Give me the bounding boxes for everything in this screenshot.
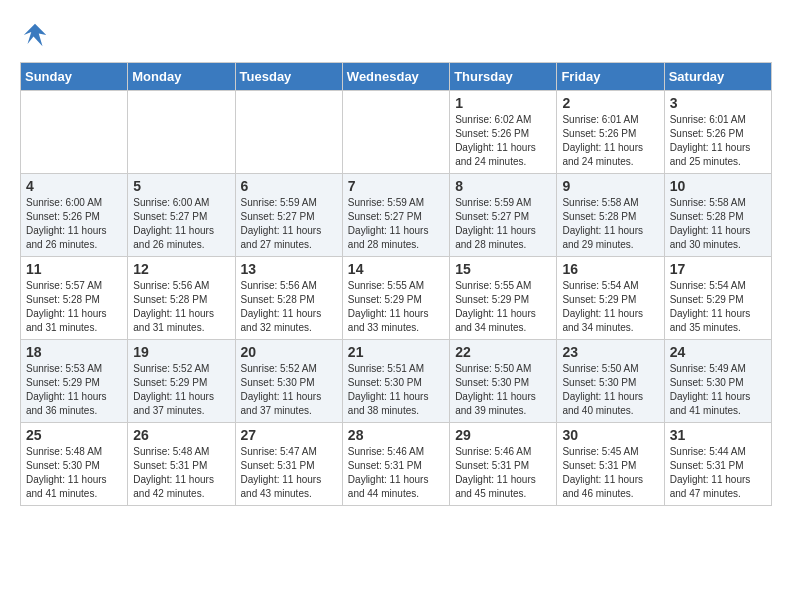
calendar-cell: 19Sunrise: 5:52 AM Sunset: 5:29 PM Dayli… bbox=[128, 340, 235, 423]
day-info: Sunrise: 6:00 AM Sunset: 5:26 PM Dayligh… bbox=[26, 196, 122, 252]
week-row-1: 1Sunrise: 6:02 AM Sunset: 5:26 PM Daylig… bbox=[21, 91, 772, 174]
day-info: Sunrise: 5:55 AM Sunset: 5:29 PM Dayligh… bbox=[348, 279, 444, 335]
header bbox=[20, 20, 772, 50]
calendar-cell: 14Sunrise: 5:55 AM Sunset: 5:29 PM Dayli… bbox=[342, 257, 449, 340]
calendar-cell: 12Sunrise: 5:56 AM Sunset: 5:28 PM Dayli… bbox=[128, 257, 235, 340]
calendar-cell: 2Sunrise: 6:01 AM Sunset: 5:26 PM Daylig… bbox=[557, 91, 664, 174]
logo bbox=[20, 20, 54, 50]
day-number: 21 bbox=[348, 344, 444, 360]
calendar-cell: 27Sunrise: 5:47 AM Sunset: 5:31 PM Dayli… bbox=[235, 423, 342, 506]
calendar-cell: 11Sunrise: 5:57 AM Sunset: 5:28 PM Dayli… bbox=[21, 257, 128, 340]
calendar-cell: 8Sunrise: 5:59 AM Sunset: 5:27 PM Daylig… bbox=[450, 174, 557, 257]
week-row-2: 4Sunrise: 6:00 AM Sunset: 5:26 PM Daylig… bbox=[21, 174, 772, 257]
calendar-cell: 22Sunrise: 5:50 AM Sunset: 5:30 PM Dayli… bbox=[450, 340, 557, 423]
day-info: Sunrise: 6:01 AM Sunset: 5:26 PM Dayligh… bbox=[562, 113, 658, 169]
day-number: 27 bbox=[241, 427, 337, 443]
calendar-cell: 25Sunrise: 5:48 AM Sunset: 5:30 PM Dayli… bbox=[21, 423, 128, 506]
calendar-cell: 15Sunrise: 5:55 AM Sunset: 5:29 PM Dayli… bbox=[450, 257, 557, 340]
day-number: 25 bbox=[26, 427, 122, 443]
calendar-cell bbox=[235, 91, 342, 174]
col-header-wednesday: Wednesday bbox=[342, 63, 449, 91]
day-number: 17 bbox=[670, 261, 766, 277]
col-header-tuesday: Tuesday bbox=[235, 63, 342, 91]
day-number: 22 bbox=[455, 344, 551, 360]
calendar-cell: 20Sunrise: 5:52 AM Sunset: 5:30 PM Dayli… bbox=[235, 340, 342, 423]
col-header-monday: Monday bbox=[128, 63, 235, 91]
day-number: 15 bbox=[455, 261, 551, 277]
calendar-cell: 30Sunrise: 5:45 AM Sunset: 5:31 PM Dayli… bbox=[557, 423, 664, 506]
day-info: Sunrise: 5:52 AM Sunset: 5:30 PM Dayligh… bbox=[241, 362, 337, 418]
day-number: 28 bbox=[348, 427, 444, 443]
calendar-cell: 28Sunrise: 5:46 AM Sunset: 5:31 PM Dayli… bbox=[342, 423, 449, 506]
day-number: 6 bbox=[241, 178, 337, 194]
day-info: Sunrise: 5:59 AM Sunset: 5:27 PM Dayligh… bbox=[241, 196, 337, 252]
day-info: Sunrise: 5:57 AM Sunset: 5:28 PM Dayligh… bbox=[26, 279, 122, 335]
calendar-cell: 29Sunrise: 5:46 AM Sunset: 5:31 PM Dayli… bbox=[450, 423, 557, 506]
day-info: Sunrise: 5:45 AM Sunset: 5:31 PM Dayligh… bbox=[562, 445, 658, 501]
week-row-4: 18Sunrise: 5:53 AM Sunset: 5:29 PM Dayli… bbox=[21, 340, 772, 423]
day-number: 2 bbox=[562, 95, 658, 111]
day-info: Sunrise: 5:56 AM Sunset: 5:28 PM Dayligh… bbox=[241, 279, 337, 335]
day-info: Sunrise: 5:46 AM Sunset: 5:31 PM Dayligh… bbox=[348, 445, 444, 501]
day-number: 3 bbox=[670, 95, 766, 111]
day-info: Sunrise: 5:59 AM Sunset: 5:27 PM Dayligh… bbox=[455, 196, 551, 252]
day-number: 4 bbox=[26, 178, 122, 194]
day-info: Sunrise: 5:50 AM Sunset: 5:30 PM Dayligh… bbox=[562, 362, 658, 418]
day-number: 9 bbox=[562, 178, 658, 194]
day-info: Sunrise: 5:46 AM Sunset: 5:31 PM Dayligh… bbox=[455, 445, 551, 501]
week-row-5: 25Sunrise: 5:48 AM Sunset: 5:30 PM Dayli… bbox=[21, 423, 772, 506]
calendar-cell: 3Sunrise: 6:01 AM Sunset: 5:26 PM Daylig… bbox=[664, 91, 771, 174]
day-number: 29 bbox=[455, 427, 551, 443]
calendar-cell: 16Sunrise: 5:54 AM Sunset: 5:29 PM Dayli… bbox=[557, 257, 664, 340]
calendar-table: SundayMondayTuesdayWednesdayThursdayFrid… bbox=[20, 62, 772, 506]
week-row-3: 11Sunrise: 5:57 AM Sunset: 5:28 PM Dayli… bbox=[21, 257, 772, 340]
day-info: Sunrise: 5:56 AM Sunset: 5:28 PM Dayligh… bbox=[133, 279, 229, 335]
col-header-friday: Friday bbox=[557, 63, 664, 91]
calendar-cell: 5Sunrise: 6:00 AM Sunset: 5:27 PM Daylig… bbox=[128, 174, 235, 257]
day-info: Sunrise: 5:49 AM Sunset: 5:30 PM Dayligh… bbox=[670, 362, 766, 418]
calendar-cell: 21Sunrise: 5:51 AM Sunset: 5:30 PM Dayli… bbox=[342, 340, 449, 423]
day-number: 16 bbox=[562, 261, 658, 277]
day-number: 31 bbox=[670, 427, 766, 443]
day-info: Sunrise: 5:48 AM Sunset: 5:30 PM Dayligh… bbox=[26, 445, 122, 501]
calendar-cell bbox=[342, 91, 449, 174]
day-number: 19 bbox=[133, 344, 229, 360]
col-header-thursday: Thursday bbox=[450, 63, 557, 91]
calendar-cell: 1Sunrise: 6:02 AM Sunset: 5:26 PM Daylig… bbox=[450, 91, 557, 174]
day-number: 7 bbox=[348, 178, 444, 194]
day-info: Sunrise: 6:00 AM Sunset: 5:27 PM Dayligh… bbox=[133, 196, 229, 252]
day-info: Sunrise: 6:02 AM Sunset: 5:26 PM Dayligh… bbox=[455, 113, 551, 169]
day-number: 12 bbox=[133, 261, 229, 277]
day-info: Sunrise: 5:48 AM Sunset: 5:31 PM Dayligh… bbox=[133, 445, 229, 501]
day-info: Sunrise: 5:58 AM Sunset: 5:28 PM Dayligh… bbox=[562, 196, 658, 252]
calendar-cell: 23Sunrise: 5:50 AM Sunset: 5:30 PM Dayli… bbox=[557, 340, 664, 423]
header-row: SundayMondayTuesdayWednesdayThursdayFrid… bbox=[21, 63, 772, 91]
main-container: SundayMondayTuesdayWednesdayThursdayFrid… bbox=[0, 0, 792, 516]
day-number: 23 bbox=[562, 344, 658, 360]
calendar-cell: 31Sunrise: 5:44 AM Sunset: 5:31 PM Dayli… bbox=[664, 423, 771, 506]
day-number: 26 bbox=[133, 427, 229, 443]
day-info: Sunrise: 5:54 AM Sunset: 5:29 PM Dayligh… bbox=[562, 279, 658, 335]
day-info: Sunrise: 5:52 AM Sunset: 5:29 PM Dayligh… bbox=[133, 362, 229, 418]
logo-bird-icon bbox=[20, 20, 50, 50]
day-info: Sunrise: 5:50 AM Sunset: 5:30 PM Dayligh… bbox=[455, 362, 551, 418]
calendar-cell: 4Sunrise: 6:00 AM Sunset: 5:26 PM Daylig… bbox=[21, 174, 128, 257]
day-number: 11 bbox=[26, 261, 122, 277]
col-header-saturday: Saturday bbox=[664, 63, 771, 91]
day-number: 14 bbox=[348, 261, 444, 277]
calendar-cell: 9Sunrise: 5:58 AM Sunset: 5:28 PM Daylig… bbox=[557, 174, 664, 257]
day-info: Sunrise: 5:55 AM Sunset: 5:29 PM Dayligh… bbox=[455, 279, 551, 335]
day-info: Sunrise: 5:54 AM Sunset: 5:29 PM Dayligh… bbox=[670, 279, 766, 335]
calendar-cell bbox=[21, 91, 128, 174]
day-info: Sunrise: 5:59 AM Sunset: 5:27 PM Dayligh… bbox=[348, 196, 444, 252]
day-number: 1 bbox=[455, 95, 551, 111]
svg-marker-0 bbox=[24, 24, 47, 47]
calendar-cell: 10Sunrise: 5:58 AM Sunset: 5:28 PM Dayli… bbox=[664, 174, 771, 257]
day-info: Sunrise: 5:58 AM Sunset: 5:28 PM Dayligh… bbox=[670, 196, 766, 252]
day-info: Sunrise: 5:44 AM Sunset: 5:31 PM Dayligh… bbox=[670, 445, 766, 501]
day-info: Sunrise: 5:51 AM Sunset: 5:30 PM Dayligh… bbox=[348, 362, 444, 418]
day-number: 5 bbox=[133, 178, 229, 194]
day-info: Sunrise: 6:01 AM Sunset: 5:26 PM Dayligh… bbox=[670, 113, 766, 169]
day-number: 24 bbox=[670, 344, 766, 360]
col-header-sunday: Sunday bbox=[21, 63, 128, 91]
